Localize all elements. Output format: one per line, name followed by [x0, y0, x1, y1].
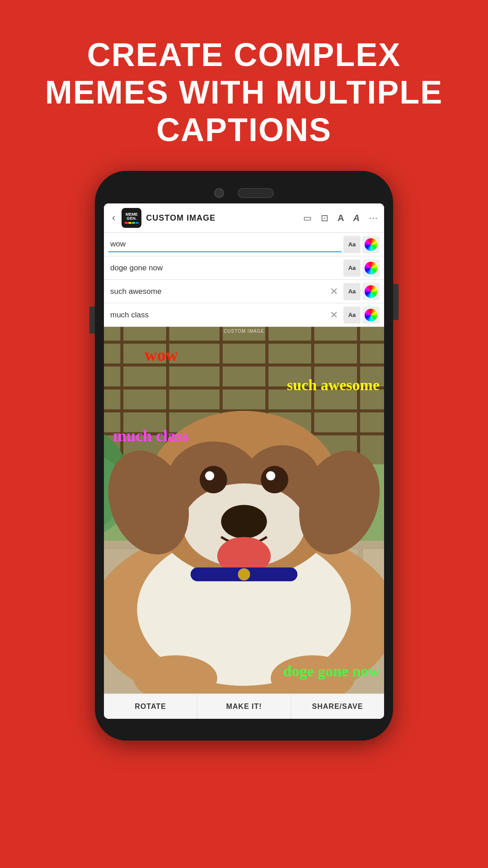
font-aa-icon-3: Aa	[348, 288, 356, 294]
caption-input-3[interactable]	[108, 284, 330, 299]
logo-color-blue	[136, 222, 139, 224]
caption-row-3: ✕ Aa	[104, 280, 384, 303]
app-title: CUSTOM IMAGE	[146, 213, 299, 223]
svg-point-44	[205, 472, 214, 481]
caption-color-btn-3[interactable]	[362, 283, 380, 300]
app-logo: MEMEGEN.	[122, 208, 141, 228]
caption-color-btn-4[interactable]	[362, 307, 380, 324]
caption-input-4[interactable]	[108, 308, 330, 322]
caption-font-btn-2[interactable]: Aa	[343, 259, 361, 277]
font-aa-icon-4: Aa	[348, 312, 356, 318]
caption-font-btn-1[interactable]: Aa	[343, 236, 361, 253]
meme-caption-wow[interactable]: wow	[145, 345, 178, 365]
front-camera	[214, 188, 224, 198]
back-button[interactable]: ‹	[110, 210, 117, 226]
color-wheel-3	[365, 285, 377, 298]
share-icon[interactable]: ⋯	[369, 212, 378, 223]
logo-color-bar	[125, 222, 139, 224]
frame-icon[interactable]: ▭	[303, 212, 312, 223]
svg-point-42	[200, 466, 227, 494]
app-topbar: ‹ MEMEGEN. CUSTOM IMAGE ▭ ⊡	[104, 203, 384, 233]
power-button	[393, 284, 399, 320]
logo-text: MEMEGEN.	[126, 212, 138, 221]
caption-delete-4[interactable]: ✕	[330, 309, 338, 321]
topbar-icons: ▭ ⊡ A A ⋯	[303, 212, 378, 223]
logo-color-green	[132, 222, 135, 224]
text-style-icon[interactable]: A	[353, 213, 360, 223]
screen-bottom-nav: ROTATE MAKE IT! SHARE/SAVE	[104, 693, 384, 719]
phone-top-bezel	[104, 180, 384, 203]
phone-body: ‹ MEMEGEN. CUSTOM IMAGE ▭ ⊡	[95, 171, 393, 741]
meme-image-area[interactable]: CUSTOM IMAGE	[104, 327, 384, 693]
caption-delete-3[interactable]: ✕	[330, 286, 338, 297]
caption-row-2: Aa	[104, 256, 384, 280]
meme-caption-much[interactable]: much class	[113, 426, 188, 445]
svg-point-45	[266, 472, 275, 481]
caption-input-1[interactable]	[108, 237, 342, 252]
logo-color-yellow	[128, 222, 131, 224]
svg-point-46	[221, 505, 267, 538]
share-save-button[interactable]: SHARE/SAVE	[291, 694, 384, 719]
caption-row-1: Aa	[104, 233, 384, 256]
svg-point-51	[238, 568, 250, 580]
color-wheel-1	[365, 238, 377, 251]
caption-color-btn-1[interactable]	[362, 236, 380, 253]
font-aa-icon-1: Aa	[348, 241, 356, 247]
svg-point-43	[261, 466, 288, 494]
caption-font-btn-4[interactable]: Aa	[343, 307, 361, 324]
crop-icon[interactable]: ⊡	[321, 212, 328, 223]
volume-button	[89, 307, 95, 334]
caption-font-btn-3[interactable]: Aa	[343, 283, 361, 300]
meme-caption-doge[interactable]: doge gone now	[283, 663, 380, 680]
caption-color-btn-2[interactable]	[362, 259, 380, 277]
text-size-icon[interactable]: A	[338, 213, 344, 223]
page-background: CREATE COMPLEX MEMES WITH MULTIPLE CAPTI…	[0, 0, 488, 868]
phone-speaker	[238, 188, 274, 198]
phone-screen: ‹ MEMEGEN. CUSTOM IMAGE ▭ ⊡	[104, 203, 384, 719]
phone-mockup: ‹ MEMEGEN. CUSTOM IMAGE ▭ ⊡	[0, 171, 488, 741]
logo-color-red	[125, 222, 128, 224]
color-wheel-2	[365, 262, 377, 274]
color-wheel-4	[365, 309, 377, 321]
meme-caption-such[interactable]: such awesome	[287, 377, 380, 394]
caption-row-4: ✕ Aa	[104, 303, 384, 327]
caption-input-2[interactable]	[108, 261, 342, 275]
font-aa-icon-2: Aa	[348, 265, 356, 271]
make-it-button[interactable]: MAKE IT!	[197, 694, 291, 719]
meme-area-label: CUSTOM IMAGE	[224, 329, 264, 334]
rotate-button[interactable]: ROTATE	[104, 694, 197, 719]
headline-text: CREATE COMPLEX MEMES WITH MULTIPLE CAPTI…	[0, 0, 488, 166]
